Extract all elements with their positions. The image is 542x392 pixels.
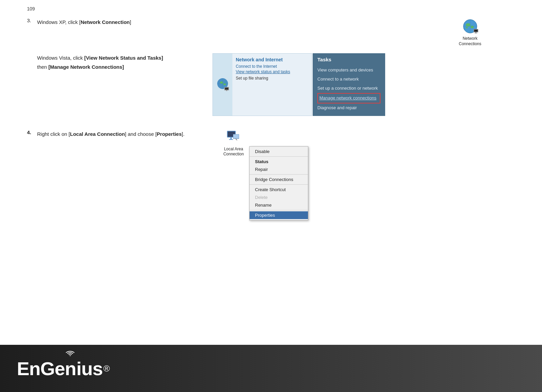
step4-row: 4. Right click on [Local Area Connection… bbox=[27, 129, 515, 220]
svg-rect-18 bbox=[225, 88, 228, 90]
step4-suffix: ]. bbox=[182, 131, 184, 137]
net-panel-icon bbox=[216, 78, 230, 91]
vista-screenshot: Network and Internet Connect to the Inte… bbox=[212, 53, 385, 116]
svg-rect-10 bbox=[475, 32, 477, 33]
step4-mid: ] and choose [ bbox=[125, 131, 156, 137]
vista-then: then bbox=[37, 64, 48, 70]
step4-number: 4. bbox=[27, 129, 37, 135]
context-menu-item-bridge[interactable]: Bridge Connections bbox=[250, 176, 308, 183]
svg-point-3 bbox=[470, 26, 474, 28]
network-connections-icon-area: NetworkConnections bbox=[459, 18, 481, 47]
context-menu-group4: Create Shortcut Delete Rename bbox=[250, 185, 308, 210]
tasks-panel-title: Tasks bbox=[317, 57, 380, 62]
network-connections-globe-icon bbox=[461, 18, 479, 35]
context-menu-item-rename[interactable]: Rename bbox=[250, 201, 308, 209]
context-menu: Disable Status Repair Bridge Connections… bbox=[249, 146, 308, 220]
net-internet-panel: Network and Internet Connect to the Inte… bbox=[212, 53, 312, 116]
brand-n: n bbox=[65, 358, 76, 379]
tasks-item-4[interactable]: Diagnose and repair bbox=[317, 103, 380, 113]
tasks-item-3-manage[interactable]: Manage network connections bbox=[317, 93, 380, 103]
context-menu-group3: Bridge Connections bbox=[250, 175, 308, 185]
context-menu-group1: Disable bbox=[250, 147, 308, 157]
svg-rect-25 bbox=[229, 139, 233, 140]
svg-line-26 bbox=[236, 139, 237, 140]
step3-text-container: Windows XP, click [Network Connection] bbox=[37, 18, 459, 27]
registered-symbol: ® bbox=[103, 363, 110, 374]
step3-number: 3. bbox=[27, 18, 37, 23]
context-menu-item-delete: Delete bbox=[250, 193, 308, 201]
net-panel-icon-area bbox=[213, 54, 232, 115]
brand-rest: ius bbox=[76, 358, 103, 380]
vista-text: Windows Vista, click [View Network Statu… bbox=[37, 53, 206, 71]
context-menu-group5: Properties bbox=[250, 210, 308, 220]
footer: En Ge n ius ® bbox=[0, 345, 542, 392]
step3-text-suffix: ] bbox=[130, 19, 131, 25]
svg-point-27 bbox=[70, 355, 71, 356]
context-menu-item-status[interactable]: Status bbox=[250, 158, 308, 165]
vista-row: Windows Vista, click [View Network Statu… bbox=[37, 53, 515, 116]
brand-wifi-letter: n bbox=[65, 358, 76, 380]
net-link3: Set up file sharing bbox=[236, 76, 268, 81]
context-menu-item-repair[interactable]: Repair bbox=[250, 165, 308, 173]
wifi-icon bbox=[65, 350, 75, 357]
network-connections-label: NetworkConnections bbox=[459, 36, 481, 47]
local-area-connection-svg bbox=[226, 129, 242, 146]
step4-bold2: Properties bbox=[157, 131, 182, 137]
tasks-item-1[interactable]: Connect to a network bbox=[317, 75, 380, 84]
net-link1[interactable]: Connect to the Internet bbox=[236, 64, 308, 69]
net-link2[interactable]: View network status and tasks bbox=[236, 69, 308, 74]
brand-genius: Ge bbox=[40, 358, 65, 380]
svg-point-2 bbox=[466, 23, 470, 27]
local-area-connection-label: Local AreaConnection bbox=[223, 147, 244, 157]
context-menu-group2: Status Repair bbox=[250, 157, 308, 175]
net-panel-content: Network and Internet Connect to the Inte… bbox=[232, 54, 312, 115]
tasks-item-2[interactable]: Set up a connection or network bbox=[317, 84, 380, 93]
step3-text-bold: Network Connection bbox=[81, 19, 130, 25]
vista-bold2: [Manage Network Connections] bbox=[48, 64, 124, 70]
step4-bold1: Local Area Connection bbox=[70, 131, 125, 137]
engenius-logo: En Ge n ius ® bbox=[17, 358, 110, 380]
step4-right: Local AreaConnection Disable Status Repa… bbox=[219, 129, 308, 220]
svg-rect-23 bbox=[233, 134, 239, 138]
context-menu-item-properties[interactable]: Properties bbox=[250, 211, 308, 219]
svg-rect-9 bbox=[474, 30, 478, 32]
svg-point-4 bbox=[466, 27, 468, 28]
page-number: 109 bbox=[27, 6, 515, 11]
svg-rect-11 bbox=[475, 33, 477, 33]
vista-prefix: Windows Vista, click bbox=[37, 55, 84, 61]
vista-bold1: [View Network Status and Tasks] bbox=[84, 55, 163, 61]
context-menu-item-disable[interactable]: Disable bbox=[250, 148, 308, 155]
step4-text: Right click on [Local Area Connection] a… bbox=[37, 129, 199, 139]
local-area-connection-icon: Local AreaConnection bbox=[219, 129, 248, 157]
svg-rect-24 bbox=[230, 138, 232, 139]
svg-rect-19 bbox=[226, 90, 227, 91]
step3-text-prefix: Windows XP, click [ bbox=[37, 19, 81, 25]
brand-name: En bbox=[17, 358, 40, 380]
svg-point-13 bbox=[220, 81, 223, 84]
tasks-panel: Tasks View computers and devices Connect… bbox=[313, 53, 385, 116]
step4-prefix: Right click on [ bbox=[37, 131, 70, 137]
context-menu-item-createshortcut[interactable]: Create Shortcut bbox=[250, 186, 308, 193]
tasks-item-0[interactable]: View computers and devices bbox=[317, 66, 380, 75]
net-panel-title: Network and Internet bbox=[236, 57, 308, 62]
